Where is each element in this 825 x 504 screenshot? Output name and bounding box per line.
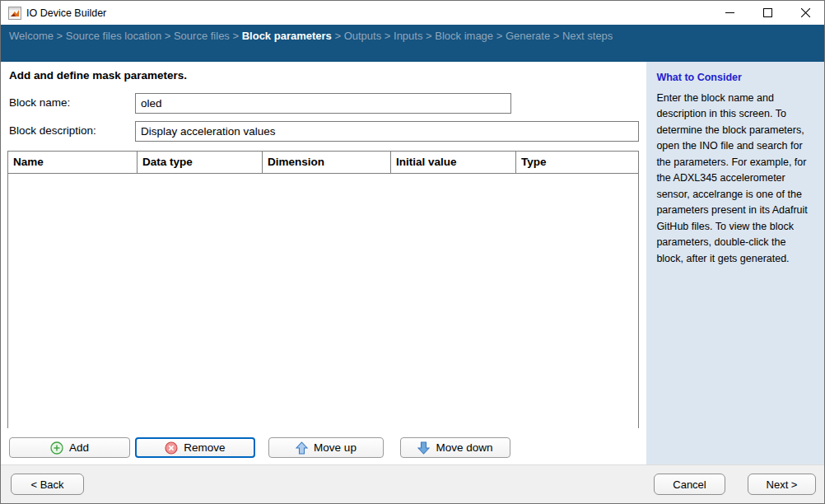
column-header-name: Name	[8, 152, 138, 173]
main-panel: Add and define mask parameters. Block na…	[1, 62, 646, 464]
column-header-data-type: Data type	[138, 152, 263, 173]
breadcrumb-item-welcome[interactable]: Welcome	[9, 30, 54, 42]
breadcrumb-separator: >	[332, 30, 344, 42]
maximize-icon	[763, 8, 772, 17]
close-button[interactable]	[786, 1, 824, 25]
add-button[interactable]: Add	[9, 437, 130, 458]
breadcrumb-separator: >	[381, 30, 394, 42]
cancel-button[interactable]: Cancel	[654, 474, 725, 495]
breadcrumb-item-inputs[interactable]: Inputs	[394, 30, 422, 42]
help-sidebar: What to Consider Enter the block name an…	[646, 62, 824, 464]
next-button[interactable]: Next >	[748, 474, 816, 495]
content-area: Add and define mask parameters. Block na…	[1, 62, 824, 464]
block-description-input[interactable]	[135, 121, 639, 142]
parameters-table-header: Name Data type Dimension Initial value T…	[8, 152, 638, 174]
io-device-builder-window: IO Device Builder Welcome > Source files…	[0, 0, 825, 504]
move-up-button[interactable]: Move up	[268, 437, 384, 458]
breadcrumb-separator: >	[54, 30, 66, 42]
parameters-table[interactable]: Name Data type Dimension Initial value T…	[7, 151, 639, 428]
sidebar-help-text: Enter the block name and description in …	[656, 91, 814, 268]
arrow-down-icon	[417, 441, 430, 455]
maximize-button[interactable]	[748, 1, 786, 25]
page-title: Add and define mask parameters.	[9, 69, 187, 82]
matlab-app-icon	[8, 7, 21, 20]
parameters-table-body[interactable]	[8, 174, 638, 428]
footer-bar: < Back Cancel Next >	[1, 464, 824, 503]
move-down-button-label: Move down	[436, 441, 492, 454]
table-action-buttons: Add Remove Move up	[9, 437, 510, 458]
sidebar-title: What to Consider	[656, 70, 814, 86]
minimize-button[interactable]	[711, 1, 748, 25]
remove-button[interactable]: Remove	[135, 437, 255, 458]
breadcrumb-separator: >	[230, 30, 242, 42]
move-up-button-label: Move up	[314, 441, 357, 454]
breadcrumb-item-outputs[interactable]: Outputs	[344, 30, 382, 42]
close-icon	[801, 8, 810, 17]
remove-button-label: Remove	[184, 441, 225, 454]
block-name-label: Block name:	[9, 96, 70, 109]
breadcrumb-item-block-image[interactable]: Block image	[435, 30, 493, 42]
breadcrumb-item-next-steps[interactable]: Next steps	[562, 30, 613, 42]
column-header-type: Type	[516, 152, 638, 173]
move-down-button[interactable]: Move down	[400, 437, 510, 458]
block-description-label: Block description:	[9, 124, 96, 137]
breadcrumb-separator: >	[550, 30, 562, 42]
column-header-dimension: Dimension	[263, 152, 391, 173]
window-controls	[711, 1, 824, 25]
breadcrumb-separator: >	[493, 30, 506, 42]
breadcrumb-item-block-parameters[interactable]: Block parameters	[242, 30, 332, 42]
column-header-initial-value: Initial value	[391, 152, 516, 173]
minimize-icon	[725, 8, 734, 17]
window-title: IO Device Builder	[26, 7, 106, 19]
breadcrumb-item-generate[interactable]: Generate	[506, 30, 550, 42]
breadcrumb-item-source-files[interactable]: Source files	[174, 30, 230, 42]
breadcrumb-separator: >	[422, 30, 435, 42]
back-button[interactable]: < Back	[11, 474, 84, 495]
breadcrumb: Welcome > Source files location > Source…	[1, 25, 824, 62]
x-circle-icon	[165, 441, 178, 455]
block-name-input[interactable]	[135, 93, 511, 114]
arrow-up-icon	[296, 441, 308, 455]
breadcrumb-separator: >	[161, 30, 174, 42]
breadcrumb-item-source-files-location[interactable]: Source files location	[66, 30, 161, 42]
add-button-label: Add	[69, 441, 89, 454]
title-bar: IO Device Builder	[1, 1, 824, 25]
plus-circle-icon	[50, 441, 63, 455]
